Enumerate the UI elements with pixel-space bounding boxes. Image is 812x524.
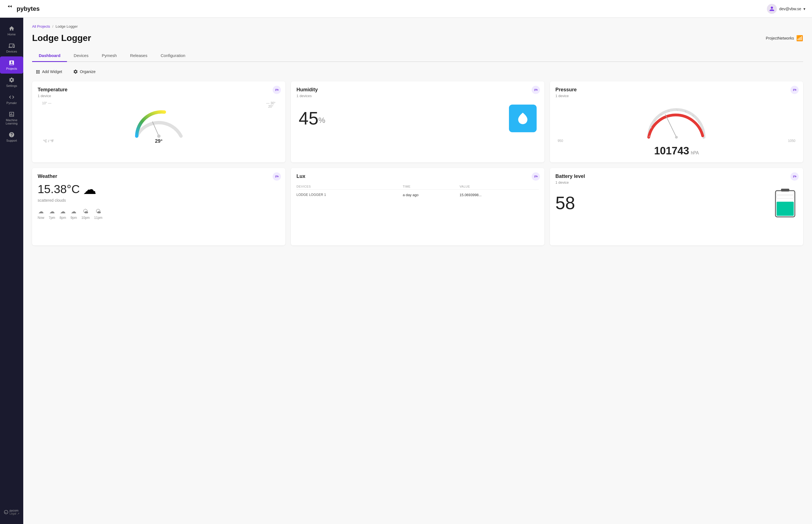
sidebar-item-support[interactable]: Support <box>0 128 23 146</box>
temperature-gauge-svg <box>128 103 189 142</box>
pressure-title: Pressure <box>555 87 798 93</box>
forecast-icon-7pm: ☁ <box>49 208 55 215</box>
forecast-time-7pm: 7pm <box>49 216 55 220</box>
pressure-scale-max: 1050 <box>788 139 795 143</box>
forecast-item-8pm: ☁ 8pm <box>60 208 66 220</box>
svg-text:py: py <box>5 511 7 513</box>
forecast-icon-now: ☁ <box>38 208 44 215</box>
svg-line-15 <box>665 115 677 137</box>
humidity-subtitle: 1 devices <box>296 94 539 98</box>
forecast-time-8pm: 8pm <box>60 216 66 220</box>
humidity-value: 45 <box>298 109 318 128</box>
lux-device-name: LODGE LOGGER 1 <box>296 190 403 198</box>
pressure-gauge: 950 1050 101743 hPA <box>555 101 798 157</box>
humidity-icon <box>509 104 537 132</box>
sidebar-item-ml[interactable]: Machine Learning <box>0 108 23 128</box>
add-widget-label: Add Widget <box>42 69 62 74</box>
sidebar-bottom: py pycom Legal ↗ <box>0 507 23 520</box>
forecast-item-now: ☁ Now <box>38 208 44 220</box>
sidebar-item-projects-label: Projects <box>6 67 17 70</box>
droplet-icon <box>516 112 530 125</box>
sidebar-item-settings[interactable]: Settings <box>0 73 23 91</box>
temperature-value: 29° <box>155 138 162 144</box>
battery-settings-icon <box>792 174 797 179</box>
pressure-value-row: 101743 hPA <box>654 145 699 157</box>
humidity-title: Humidity <box>296 87 539 93</box>
app-body: Home Devices Projects Settings Pymakr Ma… <box>0 18 812 524</box>
temperature-subtitle: 1 device <box>38 94 280 98</box>
organize-icon <box>73 69 78 74</box>
battery-content: 58 <box>555 188 798 218</box>
forecast-item-11pm: 🌤 11pm <box>94 208 102 220</box>
organize-button[interactable]: Organize <box>70 67 99 76</box>
humidity-settings-button[interactable] <box>532 86 540 94</box>
sidebar-item-settings-label: Settings <box>6 84 17 87</box>
avatar <box>767 4 777 14</box>
sidebar-item-pymakr-label: Pymakr <box>6 101 17 104</box>
tab-configuration[interactable]: Configuration <box>154 50 192 62</box>
lux-col-time: TIME <box>403 184 459 190</box>
add-widget-icon <box>35 69 40 74</box>
pressure-settings-icon <box>792 88 797 92</box>
logo-text: pybytes <box>17 5 39 13</box>
forecast-icon-10pm: 🌤 <box>83 208 88 215</box>
pressure-gauge-svg <box>643 101 710 140</box>
weather-widget: Weather 15.38°C ☁ scattered clouds ☁ Now <box>32 168 285 245</box>
pressure-unit: hPA <box>691 150 699 155</box>
pressure-subtitle: 1 device <box>555 94 798 98</box>
svg-rect-20 <box>777 192 794 195</box>
lux-col-devices: DEVICES <box>296 184 403 190</box>
battery-title: Battery level <box>555 174 798 179</box>
svg-rect-19 <box>777 202 794 216</box>
temp-min-label: 10° — <box>42 101 51 105</box>
user-area[interactable]: dev@vbw.se ▾ <box>767 4 805 14</box>
table-row: LODGE LOGGER 1 a day ago 15.0693998... <box>296 190 539 198</box>
weather-current: 15.38°C ☁ <box>38 181 280 197</box>
battery-subtitle: 1 device <box>555 180 798 184</box>
pressure-scale-min: 950 <box>558 139 563 143</box>
lux-settings-button[interactable] <box>532 173 540 181</box>
pressure-value: 101743 <box>654 145 689 157</box>
sidebar-item-devices[interactable]: Devices <box>0 39 23 56</box>
project-networks[interactable]: ProjectNetworks 📶 <box>766 35 803 42</box>
pressure-settings-button[interactable] <box>791 86 799 94</box>
sidebar: Home Devices Projects Settings Pymakr Ma… <box>0 18 23 524</box>
breadcrumb-all-projects[interactable]: All Projects <box>32 24 50 29</box>
forecast-icon-8pm: ☁ <box>60 208 66 215</box>
add-widget-button[interactable]: Add Widget <box>32 67 65 76</box>
temperature-scale-max: 20° <box>268 104 273 109</box>
temperature-settings-button[interactable] <box>273 86 281 94</box>
breadcrumb: All Projects / Lodge Logger <box>32 24 803 29</box>
pressure-scale-labels: 950 1050 <box>555 139 798 143</box>
sidebar-item-home[interactable]: Home <box>0 22 23 39</box>
sidebar-item-pymakr[interactable]: Pymakr <box>0 91 23 108</box>
temperature-widget: Temperature 1 device 20° 10° — — 30° <box>32 81 285 162</box>
forecast-time-11pm: 11pm <box>94 216 102 220</box>
legal-label: Legal ↗ <box>10 512 19 515</box>
temperature-unit: °C / °F <box>43 139 54 143</box>
tab-pymesh[interactable]: Pymesh <box>95 50 124 62</box>
tab-devices[interactable]: Devices <box>67 50 95 62</box>
lux-time: a day ago <box>403 190 459 198</box>
organize-label: Organize <box>80 69 96 74</box>
forecast-time-9pm: 9pm <box>70 216 77 220</box>
logo: pybytes <box>7 4 39 13</box>
temperature-gauge: 20° 10° — — 30° <box>38 101 280 144</box>
tab-releases[interactable]: Releases <box>124 50 154 62</box>
forecast-time-now: Now <box>38 216 44 220</box>
top-header: pybytes dev@vbw.se ▾ <box>0 0 812 18</box>
sidebar-item-devices-label: Devices <box>6 50 17 53</box>
battery-settings-button[interactable] <box>791 173 799 181</box>
pycom-logo: py pycom Legal ↗ <box>2 507 21 517</box>
battery-icon <box>773 188 798 218</box>
weather-settings-button[interactable] <box>273 173 281 181</box>
tabs: Dashboard Devices Pymesh Releases Config… <box>32 50 803 62</box>
weather-cloud-icon: ☁ <box>83 181 96 197</box>
tab-dashboard[interactable]: Dashboard <box>32 50 67 62</box>
humidity-settings-icon <box>534 88 538 92</box>
sidebar-item-projects[interactable]: Projects <box>0 56 23 73</box>
svg-point-16 <box>675 136 678 138</box>
pressure-widget: Pressure 1 device <box>550 81 803 162</box>
temperature-settings-icon <box>275 88 279 92</box>
sidebar-item-home-label: Home <box>7 33 16 36</box>
